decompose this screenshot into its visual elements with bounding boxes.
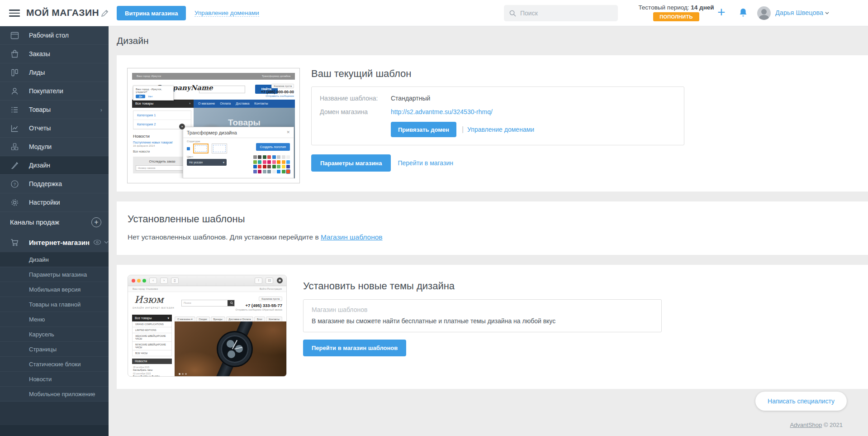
trial-label: Тестовый период: bbox=[638, 4, 689, 11]
store-title: МОЙ МАГАЗИН bbox=[26, 7, 99, 18]
mac-minimize-icon bbox=[137, 279, 141, 283]
page-footer: Написать специалисту AdvantShop © 2021 bbox=[109, 389, 868, 435]
back-icon: ‹ bbox=[149, 278, 157, 284]
manage-domains-link-2[interactable]: Управление доменами bbox=[467, 126, 534, 133]
top-header: МОЙ МАГАЗИН Витрина магазина Управление … bbox=[0, 0, 868, 26]
bind-domain-button[interactable]: Привязать домен bbox=[391, 122, 456, 137]
installed-heading: Установленные шаблоны bbox=[128, 213, 868, 225]
template-info-box: Название шаблона: Стандартный Домен мага… bbox=[311, 86, 684, 145]
subitem-news[interactable]: Новости bbox=[0, 372, 109, 387]
subitem-mobile-version[interactable]: Мобильная версия bbox=[0, 282, 109, 297]
forward-icon: › bbox=[160, 278, 168, 284]
layout-option bbox=[212, 144, 227, 153]
theme-store-preview[interactable]: ‹ › ▯ ↑ ⊡ Ваш город: Ульяновск Войти Рег… bbox=[128, 275, 287, 377]
eye-icon[interactable] bbox=[93, 240, 101, 245]
sidebar-item-products[interactable]: Товары › bbox=[0, 101, 109, 119]
svg-text:?: ? bbox=[14, 182, 16, 187]
sidebar-item-orders[interactable]: Заказы bbox=[0, 45, 109, 63]
close-icon: ✕ bbox=[286, 130, 290, 135]
cart-icon bbox=[10, 238, 19, 247]
store-params-button[interactable]: Параметры магазина bbox=[311, 154, 391, 172]
sales-channels-header: Каналы продаж + bbox=[0, 212, 109, 232]
mac-zoom-icon bbox=[142, 279, 146, 283]
subitem-mobile-app[interactable]: Мобильное приложение bbox=[0, 387, 109, 402]
sidebar-item-internet-store[interactable]: Интернет-магазин bbox=[0, 232, 109, 252]
extension-icon bbox=[277, 278, 283, 283]
preview-hero-watch bbox=[175, 321, 286, 377]
add-icon[interactable]: + bbox=[717, 5, 726, 20]
mac-close-icon bbox=[132, 279, 135, 283]
current-template-preview[interactable]: Ваш город: Иркутск Трансформер дизайна C… bbox=[127, 68, 300, 183]
subitem-menu[interactable]: Меню bbox=[0, 312, 109, 327]
notifications-bell-icon[interactable] bbox=[738, 8, 748, 19]
add-channel-icon[interactable]: + bbox=[91, 217, 101, 227]
installed-templates-card: Установленные шаблоны Нет установленных … bbox=[117, 201, 868, 255]
share-icon: ↑ bbox=[255, 278, 262, 284]
gear-icon bbox=[10, 198, 19, 207]
edit-title-icon[interactable] bbox=[100, 9, 109, 18]
sidebar-toggle-icon: ▯ bbox=[171, 278, 179, 284]
current-template-heading: Ваш текущий шаблон bbox=[311, 68, 684, 80]
topup-button[interactable]: ПОПОЛНИТЬ bbox=[653, 12, 699, 21]
preview-nav: О магазине Оплата Доставка Контакты bbox=[194, 100, 295, 108]
subitem-pages[interactable]: Страницы bbox=[0, 342, 109, 357]
goto-store-link[interactable]: Перейти в магазин bbox=[398, 159, 453, 167]
create-logo-button: Создать логотип bbox=[256, 143, 290, 151]
search-icon bbox=[509, 10, 516, 17]
page-title: Дизайн bbox=[117, 35, 149, 46]
sidebar-item-dashboard[interactable]: Рабочий стол bbox=[0, 26, 109, 45]
subitem-store-params[interactable]: Параметры магазина bbox=[0, 267, 109, 282]
person-icon bbox=[10, 86, 19, 96]
store-domain-link[interactable]: http://s2.advantme.su/324530-rhmq/ bbox=[391, 108, 493, 115]
city-tooltip: Ваш город - Иркутск, угадали? Да Нет bbox=[133, 86, 174, 101]
store-logo: Изюм bbox=[134, 294, 163, 305]
subitem-carousel[interactable]: Карусель bbox=[0, 327, 109, 342]
goto-template-store-button[interactable]: Перейти в магазин шаблонов bbox=[303, 340, 406, 356]
preview-all-products: Все товары› bbox=[132, 100, 194, 108]
chevron-down-icon[interactable] bbox=[104, 241, 109, 244]
checkbox-icon bbox=[187, 147, 190, 150]
preview-search: Поиск bbox=[199, 86, 245, 93]
new-themes-heading: Установить новые темы дизайна bbox=[303, 280, 662, 292]
cubes-icon bbox=[10, 142, 19, 152]
sidebar-item-reports[interactable]: Отчеты bbox=[0, 119, 109, 138]
chevron-right-icon: › bbox=[100, 106, 102, 113]
storefront-button[interactable]: Витрина магазина bbox=[117, 6, 186, 20]
kanban-icon bbox=[10, 68, 19, 77]
color-dropdown: Не указан▾ bbox=[187, 159, 227, 166]
sidebar-item-customers[interactable]: Покупатели bbox=[0, 82, 109, 101]
chart-icon bbox=[10, 124, 19, 133]
hamburger-menu-icon[interactable] bbox=[9, 10, 20, 17]
question-icon: ? bbox=[10, 179, 19, 189]
chevron-down-icon bbox=[825, 12, 829, 14]
current-template-card: Ваш город: Иркутск Трансформер дизайна C… bbox=[117, 55, 868, 192]
sidebar-item-settings[interactable]: Настройки bbox=[0, 193, 109, 212]
template-store-link[interactable]: Магазин шаблонов bbox=[321, 233, 383, 241]
user-avatar[interactable] bbox=[757, 6, 771, 20]
search-input[interactable] bbox=[520, 10, 611, 17]
user-menu[interactable]: Дарья Швецова bbox=[775, 9, 829, 16]
transformer-palette bbox=[253, 155, 290, 173]
sidebar: Рабочий стол Заказы Лиды Покупатели Това… bbox=[0, 26, 109, 436]
trial-value: 14 дней bbox=[691, 4, 714, 11]
subitem-design[interactable]: Дизайн bbox=[0, 252, 109, 267]
preview-tabs: О магазине ▾ Скидки Бренды Доставка и Оп… bbox=[175, 315, 286, 321]
support-button[interactable]: Написать специалисту bbox=[755, 392, 847, 411]
browser-chrome: ‹ › ▯ ↑ ⊡ bbox=[128, 275, 286, 286]
sidebar-filler bbox=[0, 402, 109, 425]
layout-option bbox=[193, 144, 209, 153]
sidebar-item-modules[interactable]: Модули bbox=[0, 138, 109, 156]
subitem-static-blocks[interactable]: Статические блоки bbox=[0, 357, 109, 372]
trial-block: Тестовый период: 14 дней ПОПОЛНИТЬ bbox=[633, 4, 719, 21]
advantshop-link[interactable]: AdvantShop bbox=[790, 422, 822, 428]
preview-cart: Корзина пуста bbox=[259, 297, 282, 301]
sidebar-item-support[interactable]: ? Поддержка bbox=[0, 175, 109, 193]
preview-topbar: Ваш город: Иркутск Трансформер дизайна bbox=[132, 73, 295, 80]
manage-domains-link[interactable]: Управление доменами bbox=[194, 10, 259, 17]
preview-search: Поиск bbox=[181, 300, 235, 307]
subitem-main-page-products[interactable]: Товары на главной bbox=[0, 297, 109, 312]
new-themes-card: ‹ › ▯ ↑ ⊡ Ваш город: Ульяновск Войти Рег… bbox=[117, 265, 868, 389]
global-search[interactable] bbox=[504, 5, 618, 21]
sidebar-item-design[interactable]: Дизайн bbox=[0, 156, 109, 175]
sidebar-item-leads[interactable]: Лиды bbox=[0, 63, 109, 82]
